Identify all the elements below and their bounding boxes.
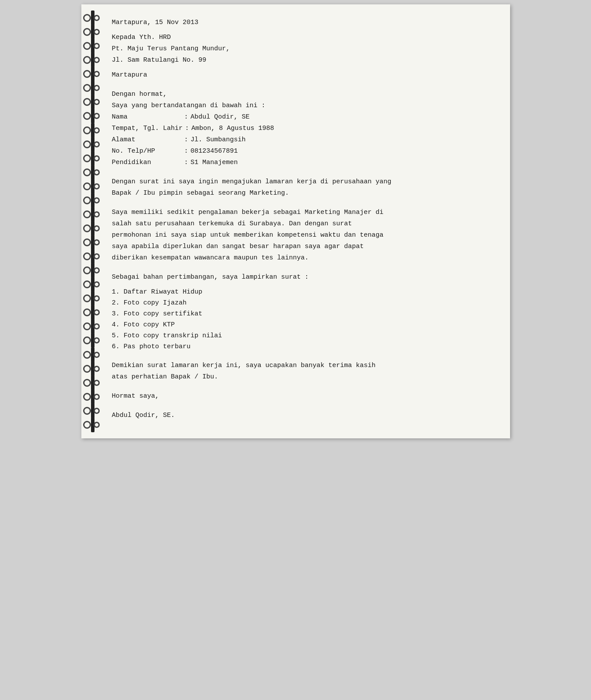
spiral-circle-left [83,28,91,36]
spiral-circle-right [94,267,100,273]
spiral-circle-right [94,29,100,35]
spiral-circle-right [94,197,100,203]
field-colon: : [183,123,192,134]
spiral-circle-left [83,224,91,232]
address-city: Martapura [112,70,497,80]
spiral-circle-right [94,323,100,329]
spiral-row [81,109,108,123]
spiral-row [81,376,108,390]
field-label: Nama [112,112,182,122]
spiral-circle-left [83,336,91,344]
spiral-circle-left [83,322,91,330]
spiral-circle-left [83,168,91,176]
attachment-item: 6. Pas photo terbaru [112,342,497,352]
recipient-label: Kepada Yth. HRD [112,32,497,43]
spiral-circle-right [94,43,100,49]
spiral-circle-left [83,280,91,288]
spiral-row [81,319,108,333]
spiral-circle-right [94,239,100,245]
body-line5: diberikan kesempatan wawancara maupun te… [112,253,497,263]
spiral-row [81,81,108,95]
spiral-row [81,53,108,67]
closing-line1: Demikian surat lamaran kerja ini, saya u… [112,360,497,371]
attachment-item: 5. Foto copy transkrip nilai [112,331,497,341]
purpose-line1: Dengan surat ini saya ingin mengajukan l… [112,177,497,187]
spiral-row [81,207,108,221]
spiral-circle-right [94,394,100,400]
spiral-circle-right [94,211,100,217]
field-value: Jl. Sumbangsih [191,135,497,145]
spiral-circle-left [83,98,91,106]
spiral-circle-right [94,337,100,343]
spiral-circle-right [94,380,100,386]
field-row: Tempat, Tgl. Lahir: Ambon, 8 Agustus 198… [112,123,497,134]
intro: Saya yang bertandatangan di bawah ini : [112,101,497,111]
spiral-row [81,418,108,432]
spiral-circle-right [94,71,100,77]
spiral-row [81,165,108,179]
field-label: Tempat, Tgl. Lahir [112,123,183,134]
attachment-item: 3. Foto copy sertifikat [112,309,497,319]
spiral-circle-left [83,266,91,274]
spiral-row [81,291,108,305]
spiral-circle-right [94,309,100,315]
letter-page: Martapura, 15 Nov 2013 Kepada Yth. HRD P… [81,4,510,438]
attachments-list: 1. Daftar Riwayat Hidup2. Foto copy Ijaz… [112,287,497,352]
spiral-circle-right [94,85,100,91]
field-colon: : [182,146,191,157]
spiral-row [81,333,108,347]
spiral-circle-right [94,183,100,189]
spiral-circle-right [94,422,100,428]
spiral-circle-left [83,365,91,373]
spiral-circle-right [94,366,100,372]
attachment-item: 4. Foto copy KTP [112,320,497,330]
field-colon: : [182,112,191,122]
spiral-circle-right [94,155,100,161]
spiral-circle-left [83,70,91,78]
body-line1: Saya memiliki sedikit pengalaman bekerja… [112,207,497,218]
personal-fields: Nama: Abdul Qodir, SETempat, Tgl. Lahir:… [112,112,497,168]
spiral-circle-right [94,281,100,287]
field-value: S1 Manajemen [191,158,497,168]
spiral-row [81,263,108,277]
field-row: Alamat: Jl. Sumbangsih [112,135,497,145]
spiral-circle-left [83,393,91,401]
field-label: No. Telp/HP [112,146,182,157]
spiral-row [81,348,108,362]
spiral-circle-left [83,14,91,22]
spiral-circle-left [83,182,91,190]
field-colon: : [182,158,191,168]
field-value: Abdul Qodir, SE [191,112,497,122]
greeting: Dengan hormat, [112,89,497,100]
field-row: Pendidikan: S1 Manajemen [112,158,497,168]
spiral-row [81,249,108,263]
spiral-row [81,25,108,39]
spiral-circle-left [83,210,91,218]
field-value: 081234567891 [191,146,497,157]
letter-content: Martapura, 15 Nov 2013 Kepada Yth. HRD P… [112,13,497,430]
spiral-circle-right [94,141,100,147]
spiral-row [81,39,108,53]
body-line4: saya apabila diperlukan dan sangat besar… [112,242,497,252]
address-street: Jl. Sam Ratulangi No. 99 [112,55,497,66]
spiral-circle-left [83,294,91,302]
spiral-circle-right [94,99,100,105]
signature: Abdul Qodir, SE. [112,410,497,421]
spiral-row [81,362,108,376]
closing-line2: atas perhatian Bapak / Ibu. [112,372,497,382]
spiral-circle-left [83,252,91,260]
spiral-circle-left [83,56,91,64]
spiral-binding [81,4,108,438]
field-label: Pendidikan [112,158,182,168]
spiral-row [81,67,108,81]
purpose-line2: Bapak / Ibu pimpin sebagai seorang Marke… [112,188,497,199]
spiral-circle-left [83,112,91,120]
body-line3: permohonan ini saya siap untuk memberika… [112,230,497,241]
field-label: Alamat [112,135,182,145]
spiral-circle-left [83,196,91,204]
spiral-circle-right [94,127,100,133]
spiral-circle-right [94,15,100,21]
spiral-circle-left [83,84,91,92]
body-line2: salah satu perusahaan terkemuka di Surab… [112,219,497,229]
spiral-row [81,179,108,193]
